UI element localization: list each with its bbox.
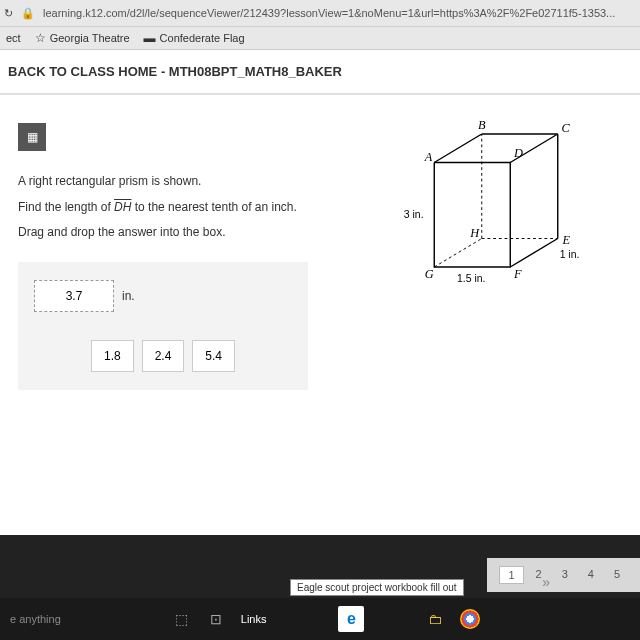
windows-taskbar: e anything ⬚ ⊡ Links e 🗀 xyxy=(0,598,640,640)
vertex-f: F xyxy=(513,267,522,281)
url-text[interactable]: learning.k12.com/d2l/le/sequenceViewer/2… xyxy=(43,7,636,19)
dim-depth: 1 in. xyxy=(560,249,580,260)
text-fragment: Find the length of xyxy=(18,200,114,214)
vertex-c: C xyxy=(562,121,571,135)
prism-hidden-edge xyxy=(434,239,482,268)
cortana-search[interactable]: e anything xyxy=(10,613,61,625)
file-explorer-icon[interactable]: 🗀 xyxy=(426,610,444,628)
unit-label: in. xyxy=(122,289,135,303)
lock-icon: 🔒 xyxy=(21,6,35,20)
option-tile[interactable]: 5.4 xyxy=(192,340,235,372)
prism-front-face xyxy=(434,163,510,268)
question-pager: 1 2 3 4 5 xyxy=(487,558,640,592)
chrome-icon[interactable] xyxy=(460,609,480,629)
question-panel: ▦ A right rectangular prism is shown. Fi… xyxy=(0,95,371,535)
text-fragment: to the nearest tenth of an inch. xyxy=(131,200,296,214)
flag-icon: ▬ xyxy=(144,31,156,45)
vertex-d: D xyxy=(513,146,523,160)
page-3[interactable]: 3 xyxy=(554,566,576,584)
bookmarks-bar: ect ☆ Georgia Theatre ▬ Confederate Flag xyxy=(0,26,640,49)
bookmark-label: Georgia Theatre xyxy=(50,32,130,44)
page-1[interactable]: 1 xyxy=(499,566,523,584)
question-line-1: A right rectangular prism is shown. xyxy=(18,171,353,193)
bookmark-ect[interactable]: ect xyxy=(6,32,21,44)
vertex-a: A xyxy=(424,150,433,164)
option-tile[interactable]: 2.4 xyxy=(142,340,185,372)
browser-chrome: ↻ 🔒 learning.k12.com/d2l/le/sequenceView… xyxy=(0,0,640,50)
option-tile[interactable]: 1.8 xyxy=(91,340,134,372)
page-5[interactable]: 5 xyxy=(606,566,628,584)
vertex-h: H xyxy=(470,226,481,240)
segment-dh: DH xyxy=(114,200,131,214)
content-area: ▦ A right rectangular prism is shown. Fi… xyxy=(0,95,640,535)
expand-icon[interactable]: » xyxy=(542,574,550,590)
question-line-2: Find the length of DH to the nearest ten… xyxy=(18,197,353,219)
vertex-e: E xyxy=(562,233,571,247)
refresh-icon[interactable]: ↻ xyxy=(4,7,13,20)
prism-edge xyxy=(510,239,558,268)
prism-edge xyxy=(434,134,482,163)
links-toolbar[interactable]: Links xyxy=(241,613,267,625)
star-icon: ☆ xyxy=(35,31,46,45)
figure-panel: A B C D E F G H 3 in. 1 in. 1.5 in. xyxy=(371,95,640,535)
vertex-g: G xyxy=(425,267,434,281)
prism-diagram: A B C D E F G H 3 in. 1 in. 1.5 in. xyxy=(381,115,611,305)
task-view-icon[interactable]: ⊡ xyxy=(207,610,225,628)
answer-drop-box[interactable]: 3.7 xyxy=(34,280,114,312)
taskbar-tooltip: Eagle scout project workbook fill out xyxy=(290,579,464,596)
options-row: 1.8 2.4 5.4 xyxy=(34,340,292,372)
dim-height: 3 in. xyxy=(404,209,424,220)
drop-zone[interactable]: 3.7 in. xyxy=(34,280,135,312)
vertex-b: B xyxy=(478,118,486,132)
bookmark-confederate-flag[interactable]: ▬ Confederate Flag xyxy=(144,31,245,45)
answer-area: 3.7 in. 1.8 2.4 5.4 xyxy=(18,262,308,390)
question-line-3: Drag and drop the answer into the box. xyxy=(18,222,353,244)
edge-icon[interactable]: e xyxy=(338,606,364,632)
bookmark-label: Confederate Flag xyxy=(160,32,245,44)
calculator-icon[interactable]: ▦ xyxy=(18,123,46,151)
page-4[interactable]: 4 xyxy=(580,566,602,584)
class-home-link[interactable]: BACK TO CLASS HOME - MTH08BPT_MATH8_BAKE… xyxy=(0,50,640,95)
mic-icon[interactable]: ⬚ xyxy=(173,610,191,628)
bookmark-georgia-theatre[interactable]: ☆ Georgia Theatre xyxy=(35,31,130,45)
url-bar: ↻ 🔒 learning.k12.com/d2l/le/sequenceView… xyxy=(0,0,640,26)
dim-width: 1.5 in. xyxy=(457,273,485,284)
